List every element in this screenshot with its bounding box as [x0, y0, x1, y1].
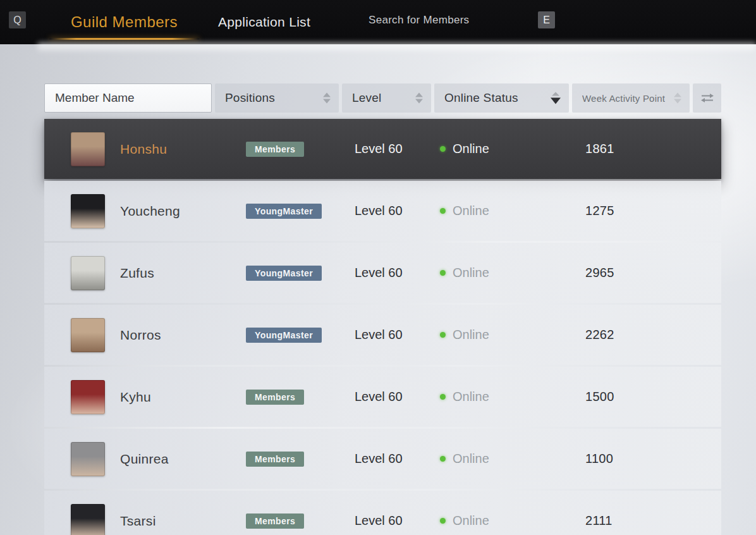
online-dot	[440, 270, 446, 276]
online-status: Online	[453, 204, 489, 218]
member-level: Level 60	[355, 452, 440, 466]
member-name: Tsarsi	[120, 513, 246, 529]
positions-sort[interactable]: Positions	[215, 83, 339, 113]
online-dot	[440, 518, 446, 524]
member-name: Norros	[120, 328, 246, 343]
online-status: Online	[453, 390, 489, 404]
tab-application-list-label: Application List	[218, 15, 310, 30]
member-row[interactable]: Quinrea Members Level 60 Online 1100	[44, 429, 721, 489]
member-table: Honshu Members Level 60 Online 1861 Youc…	[44, 119, 721, 535]
level-label: Level	[352, 91, 381, 105]
swap-arrows-icon	[700, 93, 714, 103]
week-activity-label: Week Activity Point	[582, 93, 665, 104]
sort-arrows-icon	[323, 93, 331, 104]
member-name: Kyhu	[120, 390, 246, 405]
online-dot	[440, 394, 446, 400]
member-row[interactable]: Norros YoungMaster Level 60 Online 2262	[44, 305, 721, 365]
week-activity-points: 1275	[585, 204, 721, 218]
week-activity-points: 2965	[585, 266, 721, 280]
search-for-members-button[interactable]: Search for Members	[369, 0, 469, 40]
level-sort[interactable]: Level	[342, 83, 431, 113]
member-level: Level 60	[355, 266, 440, 280]
online-dot	[440, 208, 446, 214]
position-badge: YoungMaster	[246, 204, 322, 219]
member-avatar	[71, 318, 105, 352]
member-row[interactable]: Tsarsi Members Level 60 Online 2111	[44, 491, 721, 535]
week-activity-points: 2111	[585, 513, 721, 528]
filter-row: Positions Level Online Status Week Activ…	[44, 83, 721, 113]
online-dot	[440, 456, 446, 462]
member-row[interactable]: Honshu Members Level 60 Online 1861	[44, 119, 721, 179]
member-level: Level 60	[355, 390, 440, 404]
member-name: Youcheng	[120, 204, 246, 219]
member-level: Level 60	[355, 328, 440, 342]
week-activity-sort[interactable]: Week Activity Point	[572, 83, 690, 113]
guild-panel: Q Guild Members Application List Search …	[0, 0, 756, 535]
member-row[interactable]: Kyhu Members Level 60 Online 1500	[44, 367, 721, 427]
key-hint-e: E	[538, 11, 555, 28]
member-row[interactable]: Zufus YoungMaster Level 60 Online 2965	[44, 243, 721, 303]
member-name-input[interactable]	[44, 83, 212, 113]
member-level: Level 60	[355, 513, 440, 528]
week-activity-points: 1100	[585, 452, 721, 466]
member-avatar	[71, 504, 105, 535]
member-name: Quinrea	[120, 452, 246, 467]
position-badge: YoungMaster	[246, 266, 322, 281]
sort-toggle-button[interactable]	[693, 83, 721, 113]
top-bar: Q Guild Members Application List Search …	[0, 0, 756, 44]
position-badge: Members	[246, 142, 304, 157]
online-status: Online	[453, 142, 489, 156]
position-badge: Members	[246, 452, 304, 467]
member-name: Honshu	[120, 142, 246, 157]
member-name: Zufus	[120, 266, 246, 281]
member-level: Level 60	[355, 204, 440, 218]
online-status: Online	[453, 266, 489, 280]
week-activity-points: 2262	[585, 328, 721, 342]
sort-arrows-icon	[674, 93, 681, 104]
online-dot	[440, 332, 446, 338]
online-status: Online	[453, 328, 489, 342]
positions-label: Positions	[225, 91, 275, 105]
online-dot	[440, 146, 446, 152]
member-avatar	[71, 132, 105, 166]
position-badge: YoungMaster	[246, 328, 322, 343]
member-row[interactable]: Youcheng YoungMaster Level 60 Online 127…	[44, 181, 721, 241]
tab-application-list[interactable]: Application List	[218, 0, 310, 44]
week-activity-points: 1500	[585, 390, 721, 404]
online-status: Online	[453, 452, 489, 466]
member-avatar	[71, 442, 105, 476]
member-avatar	[71, 256, 105, 290]
week-activity-points: 1861	[585, 142, 721, 156]
member-level: Level 60	[355, 142, 440, 156]
tab-guild-members-label: Guild Members	[71, 13, 178, 31]
sort-arrows-icon	[415, 93, 423, 104]
online-status-label: Online Status	[444, 91, 518, 105]
online-status-sort[interactable]: Online Status	[434, 83, 569, 113]
member-avatar	[71, 380, 105, 414]
sort-arrows-active-icon	[551, 92, 561, 104]
member-avatar	[71, 194, 105, 228]
key-hint-q: Q	[9, 11, 26, 28]
tab-guild-members[interactable]: Guild Members	[49, 0, 199, 44]
position-badge: Members	[246, 513, 304, 529]
member-name-filter	[44, 83, 212, 113]
online-status: Online	[453, 513, 489, 528]
position-badge: Members	[246, 390, 304, 405]
